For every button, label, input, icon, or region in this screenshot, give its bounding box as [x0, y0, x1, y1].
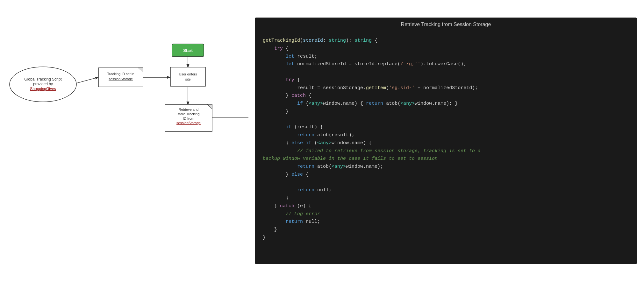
code-line: let normalizedStoreId = storeId.replace(…	[263, 60, 629, 68]
svg-text:Start: Start	[183, 48, 193, 53]
code-line: return atob(<any>window.name);	[263, 163, 629, 171]
code-line: result = sessionStorage.getItem('sg.sid-…	[263, 84, 629, 92]
svg-text:Global Tracking Script: Global Tracking Script	[24, 77, 62, 81]
code-line: return null;	[263, 187, 629, 194]
code-line: return atob(result);	[263, 131, 629, 139]
code-line: // failed to retrieve from session stora…	[263, 147, 629, 155]
code-line: } else {	[263, 171, 629, 179]
code-line: getTrackingId(storeId: string): string {	[263, 37, 629, 45]
code-line: } catch {	[263, 92, 629, 100]
code-line	[263, 68, 629, 76]
svg-text:sessionStorage: sessionStorage	[109, 77, 133, 81]
code-line: }	[263, 226, 629, 234]
code-line: backup window variable in the case it fa…	[263, 155, 629, 163]
svg-rect-14	[170, 67, 205, 86]
code-panel-title-text: Retrieve Tracking from Session Storage	[401, 22, 491, 27]
code-line: if (<any>window.name) { return atob(<any…	[263, 100, 629, 108]
svg-text:site: site	[185, 77, 190, 81]
code-line: } else if (<any>window.name) {	[263, 139, 629, 147]
code-line: return null;	[263, 218, 629, 226]
code-panel-title: Retrieve Tracking from Session Storage	[255, 18, 637, 31]
svg-text:Retrieve and: Retrieve and	[179, 108, 198, 111]
svg-text:sessionStorage: sessionStorage	[176, 121, 201, 125]
svg-text:ShoppingGives: ShoppingGives	[30, 87, 56, 91]
code-panel: Retrieve Tracking from Session Storage g…	[255, 18, 637, 264]
code-line: try {	[263, 76, 629, 84]
code-line	[263, 116, 629, 124]
svg-text:provided by: provided by	[33, 82, 53, 86]
code-line: if (result) {	[263, 123, 629, 131]
code-content: getTrackingId(storeId: string): string {…	[255, 31, 637, 264]
code-line: // Log error	[263, 210, 629, 218]
code-line: }	[263, 194, 629, 202]
code-line: }	[263, 234, 629, 242]
svg-text:User enters: User enters	[179, 72, 197, 76]
code-line: try {	[263, 45, 629, 53]
code-line: let result;	[263, 53, 629, 61]
flowchart-area: Global Tracking Script provided by Shopp…	[0, 0, 248, 282]
svg-text:ID from: ID from	[183, 116, 194, 120]
svg-text:Tracking ID set in: Tracking ID set in	[107, 72, 134, 76]
diagram-svg: Global Tracking Script provided by Shopp…	[0, 0, 248, 282]
code-line	[263, 179, 629, 187]
svg-text:store Tracking: store Tracking	[177, 112, 199, 116]
code-line: } catch (e) {	[263, 202, 629, 210]
code-line: }	[263, 108, 629, 116]
